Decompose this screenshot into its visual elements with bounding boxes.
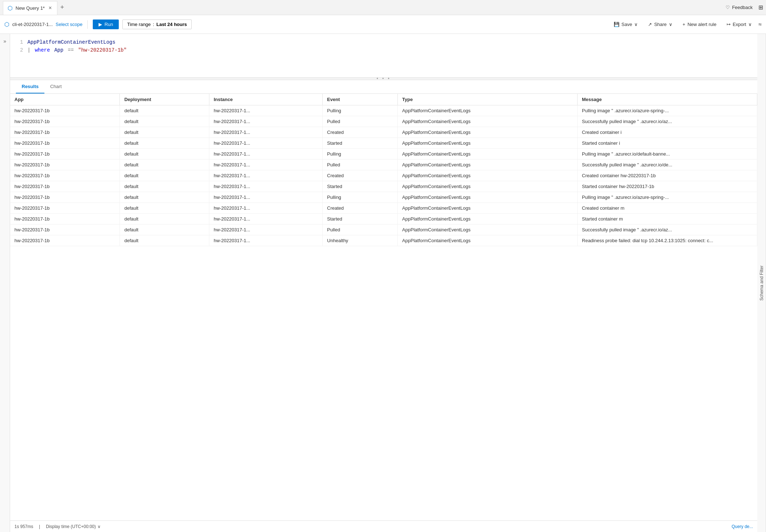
new-alert-button[interactable]: + New alert rule [679, 20, 720, 29]
col-event[interactable]: Event [323, 94, 398, 105]
schema-filter-panel[interactable]: Schema and Filter [757, 34, 766, 532]
cell-7-4: AppPlatformContainerEventLogs [398, 181, 578, 192]
col-instance[interactable]: Instance [209, 94, 322, 105]
cell-9-1: default [120, 203, 209, 214]
feedback-label: Feedback [732, 5, 753, 10]
results-table-container[interactable]: App Deployment Instance Event Type Messa… [10, 94, 757, 520]
cell-5-4: AppPlatformContainerEventLogs [398, 160, 578, 170]
table-row[interactable]: hw-20220317-1bdefaulthw-20220317-1...Sta… [10, 214, 757, 224]
time-range-separator: : [153, 22, 154, 27]
query-detail-link[interactable]: Query de... [732, 524, 753, 529]
schema-filter-label-text: Schema and Filter [759, 265, 764, 300]
cell-12-5: Readiness probe failed: dial tcp 10.244.… [578, 235, 757, 246]
run-icon: ▶ [99, 22, 102, 27]
cell-11-1: default [120, 224, 209, 235]
feedback-button[interactable]: ♡ Feedback [726, 5, 753, 10]
cell-7-3: Started [323, 181, 398, 192]
tab-right-actions: ♡ Feedback ⊞ [726, 4, 763, 11]
cell-3-5: Started container i [578, 138, 757, 149]
table-row[interactable]: hw-20220317-1bdefaulthw-20220317-1...Cre… [10, 203, 757, 214]
cell-6-3: Created [323, 170, 398, 181]
export-button[interactable]: ↦ Export ∨ [723, 20, 756, 29]
col-app[interactable]: App [10, 94, 120, 105]
editor-line-1: 1 AppPlatformContainerEventLogs [16, 38, 752, 46]
cell-10-0: hw-20220317-1b [10, 214, 120, 224]
tab-close-icon[interactable]: ✕ [48, 5, 53, 11]
scope-area: ⬡ cli-et-20220317-1... Select scope [4, 21, 82, 28]
cell-7-2: hw-20220317-1... [209, 181, 322, 192]
table-row[interactable]: hw-20220317-1bdefaulthw-20220317-1...Pul… [10, 192, 757, 203]
cell-2-5: Created container i [578, 127, 757, 138]
display-time-button[interactable]: Display time (UTC+00:00) ∨ [46, 524, 100, 529]
export-dropdown-icon: ∨ [748, 22, 752, 27]
table-row[interactable]: hw-20220317-1bdefaulthw-20220317-1...Pul… [10, 149, 757, 160]
time-range-button[interactable]: Time range : Last 24 hours [122, 19, 191, 29]
cell-2-2: hw-20220317-1... [209, 127, 322, 138]
cell-5-1: default [120, 160, 209, 170]
table-row[interactable]: hw-20220317-1bdefaulthw-20220317-1...Pul… [10, 160, 757, 170]
tab-chart[interactable]: Chart [44, 80, 68, 93]
select-scope-button[interactable]: Select scope [56, 22, 82, 27]
col-message[interactable]: Message [578, 94, 757, 105]
table-row[interactable]: hw-20220317-1bdefaulthw-20220317-1...Sta… [10, 138, 757, 149]
save-icon: 💾 [614, 22, 619, 27]
sidebar-collapse-button[interactable]: » [0, 34, 10, 532]
table-row[interactable]: hw-20220317-1bdefaulthw-20220317-1...Pul… [10, 105, 757, 116]
table-row[interactable]: hw-20220317-1bdefaulthw-20220317-1...Pul… [10, 224, 757, 235]
cell-6-4: AppPlatformContainerEventLogs [398, 170, 578, 181]
cell-0-4: AppPlatformContainerEventLogs [398, 105, 578, 116]
cell-12-4: AppPlatformContainerEventLogs [398, 235, 578, 246]
cell-0-3: Pulling [323, 105, 398, 116]
cell-7-5: Started container hw-20220317-1b [578, 181, 757, 192]
drag-handle[interactable]: • • • [10, 77, 757, 80]
col-type[interactable]: Type [398, 94, 578, 105]
cell-9-0: hw-20220317-1b [10, 203, 120, 214]
results-area: Results Chart App Deployment Instance Ev… [10, 80, 757, 532]
tab-add-button[interactable]: + [57, 2, 67, 13]
cell-10-1: default [120, 214, 209, 224]
results-table: App Deployment Instance Event Type Messa… [10, 94, 757, 246]
cell-0-1: default [120, 105, 209, 116]
cell-3-3: Started [323, 138, 398, 149]
line-number-1: 1 [16, 38, 23, 46]
cell-6-2: hw-20220317-1... [209, 170, 322, 181]
share-dropdown-icon: ∨ [669, 22, 673, 27]
query-editor[interactable]: 1 AppPlatformContainerEventLogs 2 | wher… [10, 34, 757, 77]
tab-results[interactable]: Results [16, 80, 44, 93]
line-number-2: 2 [16, 46, 23, 54]
display-time-label: Display time (UTC+00:00) [46, 524, 96, 529]
plus-icon: + [683, 22, 686, 27]
tab-title: New Query 1* [16, 5, 45, 11]
time-range-value: Last 24 hours [156, 22, 187, 27]
cell-4-2: hw-20220317-1... [209, 149, 322, 160]
grid-icon: ⊞ [758, 4, 763, 11]
cell-1-3: Pulled [323, 116, 398, 127]
query-duration: 1s 957ms [14, 524, 33, 529]
cell-5-3: Pulled [323, 160, 398, 170]
table-row[interactable]: hw-20220317-1bdefaulthw-20220317-1...Cre… [10, 127, 757, 138]
cell-8-3: Pulling [323, 192, 398, 203]
editor-results-area: 1 AppPlatformContainerEventLogs 2 | wher… [10, 34, 757, 532]
kql-where-keyword: where [35, 46, 50, 54]
cell-12-1: default [120, 235, 209, 246]
cell-9-4: AppPlatformContainerEventLogs [398, 203, 578, 214]
cell-6-5: Created container hw-20220317-1b [578, 170, 757, 181]
save-label: Save [622, 22, 632, 27]
cell-1-5: Successfully pulled image " .azurecr.io/… [578, 116, 757, 127]
table-row[interactable]: hw-20220317-1bdefaulthw-20220317-1...Pul… [10, 116, 757, 127]
run-button[interactable]: ▶ Run [93, 19, 119, 29]
query-tab[interactable]: ⬡ New Query 1* ✕ [3, 1, 57, 15]
table-row[interactable]: hw-20220317-1bdefaulthw-20220317-1...Unh… [10, 235, 757, 246]
cell-4-1: default [120, 149, 209, 160]
cell-5-2: hw-20220317-1... [209, 160, 322, 170]
cell-3-1: default [120, 138, 209, 149]
save-button[interactable]: 💾 Save ∨ [610, 20, 642, 29]
kql-operator: == [68, 46, 74, 54]
table-row[interactable]: hw-20220317-1bdefaulthw-20220317-1...Cre… [10, 170, 757, 181]
col-deployment[interactable]: Deployment [120, 94, 209, 105]
filter-icon-button[interactable]: ≈ [758, 21, 762, 28]
share-button[interactable]: ↗ Share ∨ [644, 20, 676, 29]
export-label: Export [733, 22, 747, 27]
share-icon: ↗ [648, 22, 652, 27]
table-row[interactable]: hw-20220317-1bdefaulthw-20220317-1...Sta… [10, 181, 757, 192]
